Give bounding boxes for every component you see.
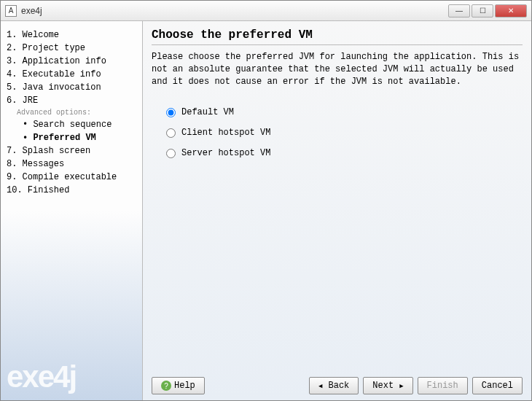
help-icon: ? (161, 381, 171, 391)
app-icon: A (5, 5, 17, 17)
button-bar: ? Help Back Next Finish Cancel (152, 371, 523, 394)
window-title: exe4j (21, 6, 447, 16)
help-label: Help (174, 381, 195, 391)
radio-input-client[interactable] (166, 128, 176, 138)
step-welcome[interactable]: 1. Welcome (7, 28, 136, 42)
back-button[interactable]: Back (309, 377, 359, 394)
step-application-info[interactable]: 3. Application info (7, 55, 136, 68)
radio-input-server[interactable] (166, 149, 176, 158)
close-button[interactable]: ✕ (495, 4, 527, 17)
brand-logo: exe4j (7, 359, 76, 394)
radio-client-hotspot[interactable]: Client hotspot VM (166, 122, 523, 143)
step-jre[interactable]: 6. JRE (7, 94, 136, 107)
radio-label: Client hotspot VM (181, 128, 270, 138)
page-description: Please choose the preferred JVM for laun… (152, 51, 523, 87)
sidebar: 1. Welcome 2. Project type 3. Applicatio… (1, 21, 143, 400)
maximize-button[interactable]: ☐ (472, 4, 493, 17)
step-java-invocation[interactable]: 5. Java invocation (7, 81, 136, 94)
radio-default-vm[interactable]: Default VM (166, 102, 523, 122)
window-controls: — ☐ ✕ (447, 4, 527, 17)
titlebar[interactable]: A exe4j — ☐ ✕ (1, 1, 531, 21)
content-area: 1. Welcome 2. Project type 3. Applicatio… (1, 21, 531, 400)
radio-label: Default VM (181, 107, 234, 117)
step-messages[interactable]: 8. Messages (7, 157, 136, 171)
step-finished[interactable]: 10. Finished (7, 184, 136, 197)
step-executable-info[interactable]: 4. Executable info (7, 68, 136, 81)
page-title: Choose the preferred VM (152, 28, 523, 45)
advanced-options-header: Advanced options: (7, 107, 136, 118)
radio-input-default[interactable] (166, 108, 176, 117)
nav-buttons: Back Next Finish Cancel (309, 377, 523, 394)
radio-label: Server hotspot VM (181, 148, 270, 158)
cancel-button[interactable]: Cancel (472, 377, 523, 394)
next-button[interactable]: Next (363, 377, 412, 394)
radio-server-hotspot[interactable]: Server hotspot VM (166, 143, 523, 163)
vm-radio-group: Default VM Client hotspot VM Server hots… (152, 102, 523, 163)
substep-search-sequence[interactable]: • Search sequence (7, 118, 136, 131)
help-button[interactable]: ? Help (152, 377, 205, 394)
app-window: A exe4j — ☐ ✕ 1. Welcome 2. Project type… (0, 0, 532, 401)
step-splash-screen[interactable]: 7. Splash screen (7, 144, 136, 157)
main-panel: Choose the preferred VM Please choose th… (143, 21, 531, 400)
finish-button: Finish (418, 377, 468, 394)
minimize-button[interactable]: — (448, 4, 470, 17)
substep-preferred-vm[interactable]: • Preferred VM (7, 131, 136, 144)
step-project-type[interactable]: 2. Project type (7, 42, 136, 55)
step-compile-executable[interactable]: 9. Compile executable (7, 171, 136, 184)
